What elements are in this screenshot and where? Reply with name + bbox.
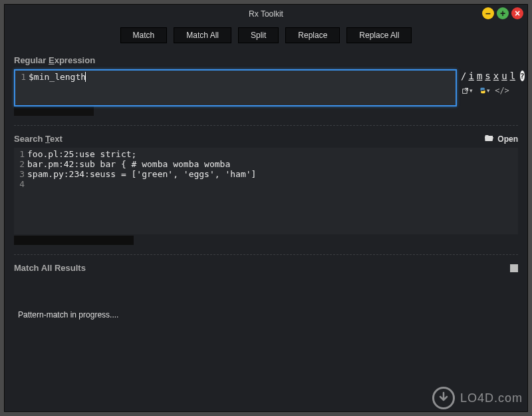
maximize-button[interactable]: +	[497, 7, 509, 19]
flag-i[interactable]: i	[467, 71, 474, 81]
open-button[interactable]: Open	[485, 134, 518, 144]
chevron-down-icon: ▾	[487, 87, 490, 94]
replace-all-button[interactable]: Replace All	[346, 27, 412, 43]
flag-u[interactable]: u	[501, 71, 507, 81]
regex-label-mnemonic: E	[49, 55, 55, 65]
stop-icon[interactable]	[510, 264, 518, 272]
flag-m[interactable]: m	[476, 71, 483, 81]
search-section: Search Text Open 1 2 3 4 foo.pl:25:use s…	[5, 128, 527, 252]
search-scrollbar[interactable]	[14, 236, 134, 245]
flag-l[interactable]: l	[509, 71, 516, 81]
flag-x[interactable]: x	[493, 71, 499, 81]
regex-section: Regular Expression 1 $min_length / i m s…	[5, 50, 527, 122]
results-header: Match All Results	[14, 263, 518, 273]
divider	[14, 125, 518, 126]
search-label-pre: Search	[14, 134, 45, 144]
match-button[interactable]: Match	[120, 27, 168, 43]
split-button[interactable]: Split	[238, 27, 279, 43]
help-icon[interactable]: ?	[520, 71, 525, 81]
results-body: Pattern-match in progress....	[14, 277, 518, 370]
regex-side-controls: / i m s x u l ? ▾ ▾	[461, 69, 518, 96]
chevron-down-icon: ▾	[469, 87, 473, 94]
search-label-mnemonic: T	[45, 134, 50, 144]
regex-label: Regular Expression	[14, 55, 518, 65]
divider	[14, 254, 518, 255]
match-all-button[interactable]: Match All	[174, 27, 231, 43]
regex-label-post: xpression	[55, 55, 95, 65]
text-cursor	[85, 72, 86, 82]
flag-s[interactable]: s	[484, 71, 491, 81]
search-label-post: ext	[50, 134, 63, 144]
code-line: foo.pl:25:use strict;	[27, 149, 517, 159]
titlebar: Rx Toolkit – + ×	[5, 5, 527, 23]
results-label: Match All Results	[14, 263, 86, 273]
open-label: Open	[497, 134, 518, 144]
watermark: LO4D.com	[432, 387, 523, 409]
window-title: Rx Toolkit	[249, 9, 283, 19]
regex-tool-icons: ▾ ▾ </>	[461, 85, 518, 96]
replace-button[interactable]: Replace	[285, 27, 340, 43]
results-section: Match All Results Pattern-match in progr…	[5, 258, 527, 377]
close-button[interactable]: ×	[511, 7, 523, 19]
search-header: Search Text Open	[14, 134, 518, 144]
regex-content[interactable]: $min_length	[15, 71, 456, 103]
action-toolbar: Match Match All Split Replace Replace Al…	[5, 23, 527, 50]
code-line: spam.py:234:seuss = ['green', 'eggs', 'h…	[27, 169, 517, 179]
regex-text: $min_length	[29, 72, 86, 82]
code-tag-icon[interactable]: </>	[497, 85, 507, 96]
regex-flags: / i m s x u l ?	[461, 71, 518, 81]
regex-delimiter: /	[461, 71, 466, 81]
window-controls: – + ×	[482, 7, 523, 19]
regex-input[interactable]: 1 $min_length	[14, 69, 457, 106]
regex-scrollbar[interactable]	[14, 106, 94, 116]
minimize-button[interactable]: –	[482, 7, 494, 19]
search-text-input[interactable]: 1 2 3 4 foo.pl:25:use strict;bar.pm:42:s…	[14, 148, 518, 234]
results-status-text: Pattern-match in progress....	[18, 310, 118, 319]
app-window: Rx Toolkit – + × Match Match All Split R…	[4, 4, 528, 412]
watermark-text: LO4D.com	[460, 391, 523, 405]
regex-label-pre: Regular	[14, 55, 49, 65]
search-content[interactable]: foo.pl:25:use strict;bar.pm:42:sub bar {…	[14, 148, 518, 234]
code-line: bar.pm:42:sub bar { # womba womba womba	[27, 159, 517, 169]
folder-open-icon	[485, 134, 494, 144]
share-arrow-icon[interactable]: ▾	[462, 85, 473, 96]
python-icon[interactable]: ▾	[479, 85, 490, 96]
download-circle-icon	[432, 387, 455, 409]
